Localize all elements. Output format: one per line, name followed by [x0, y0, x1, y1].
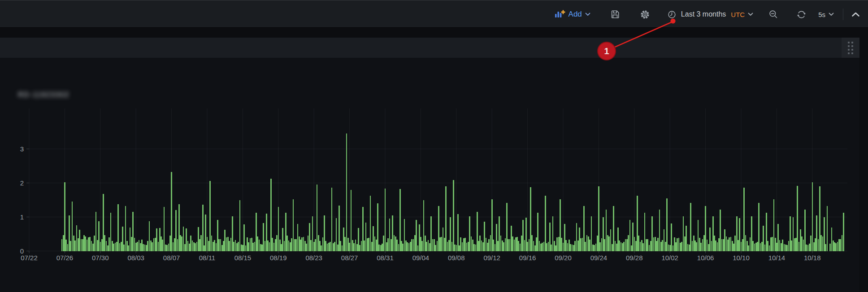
svg-text:07/30: 07/30 — [92, 254, 109, 262]
svg-text:08/27: 08/27 — [341, 254, 358, 262]
svg-text:09/16: 09/16 — [519, 254, 536, 262]
svg-text:07/22: 07/22 — [21, 254, 38, 262]
svg-text:2: 2 — [20, 179, 24, 187]
svg-text:07/26: 07/26 — [56, 254, 74, 262]
svg-text:08/19: 08/19 — [270, 254, 287, 262]
svg-text:09/24: 09/24 — [590, 254, 608, 262]
svg-text:10/06: 10/06 — [697, 254, 714, 262]
svg-text:0: 0 — [20, 247, 24, 255]
svg-text:09/20: 09/20 — [555, 254, 572, 262]
svg-text:08/11: 08/11 — [199, 254, 215, 262]
annotation-step-badge: 1 — [597, 42, 616, 60]
svg-text:08/07: 08/07 — [163, 254, 180, 262]
svg-text:08/15: 08/15 — [234, 254, 252, 262]
time-series-plot[interactable]: 07/2207/2607/3008/0308/0708/1108/1508/19… — [0, 0, 868, 292]
annotation-step-number: 1 — [604, 46, 609, 56]
svg-text:09/04: 09/04 — [412, 254, 430, 262]
svg-text:09/28: 09/28 — [626, 254, 643, 262]
svg-text:08/31: 08/31 — [377, 254, 394, 262]
svg-text:09/12: 09/12 — [483, 254, 500, 262]
svg-text:10/02: 10/02 — [661, 254, 678, 262]
svg-text:09/08: 09/08 — [448, 254, 465, 262]
svg-text:3: 3 — [20, 145, 24, 153]
svg-text:08/03: 08/03 — [127, 254, 144, 262]
svg-text:10/14: 10/14 — [768, 254, 786, 262]
svg-text:1: 1 — [20, 213, 24, 221]
grafana-dashboard-screen: Add — [0, 0, 868, 292]
svg-text:10/18: 10/18 — [804, 254, 821, 262]
svg-text:10/10: 10/10 — [733, 254, 750, 262]
svg-text:08/23: 08/23 — [305, 254, 322, 262]
